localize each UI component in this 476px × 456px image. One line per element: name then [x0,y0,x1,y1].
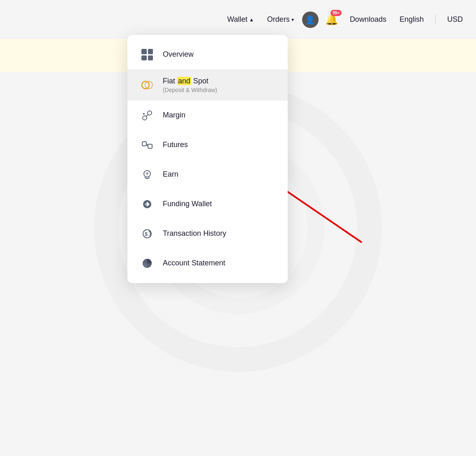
downloads-label: Downloads [350,15,386,24]
wallet-arrow-icon: ▲ [249,17,254,23]
margin-text: Margin [163,111,185,120]
wallet-menu[interactable]: Wallet ▲ [222,12,259,27]
svg-point-2 [143,116,147,120]
earn-label: Earn [163,170,178,179]
language-label: English [400,15,424,24]
account-statement-icon [140,256,155,271]
profile-icon-symbol: 👤 [305,15,315,25]
menu-item-earn[interactable]: Earn [127,160,288,189]
wallet-dropdown-menu: Overview Fiat and Spot (Deposit & Withdr… [127,35,288,283]
menu-item-transaction-history[interactable]: $ Transaction History [127,219,288,249]
funding-wallet-icon [140,197,155,212]
downloads-link[interactable]: Downloads [345,12,391,27]
overview-text: Overview [163,50,194,59]
earn-icon [140,167,155,182]
nav-divider [435,15,436,25]
transaction-history-icon: $ [140,226,155,241]
svg-text:$: $ [145,231,148,237]
overview-label: Overview [163,50,194,59]
margin-icon [140,108,155,123]
futures-icon [140,138,155,152]
menu-item-account-statement[interactable]: Account Statement [127,249,288,278]
overview-icon [140,47,155,62]
transaction-history-text: Transaction History [163,229,226,238]
nav-bar: Wallet ▲ Orders ▾ 👤 🔔 99+ Downloads Engl… [222,10,468,29]
orders-label: Orders [267,15,290,24]
orders-arrow-icon: ▾ [291,17,294,23]
currency-label: USD [447,15,463,24]
earn-text: Earn [163,170,178,179]
notifications-bell[interactable]: 🔔 99+ [322,10,342,29]
fiat-spot-icon [140,78,155,92]
language-selector[interactable]: English [395,12,429,27]
futures-text: Futures [163,140,188,150]
fiat-spot-text: Fiat and Spot (Deposit & Withdraw) [163,77,217,93]
margin-label: Margin [163,111,185,120]
svg-point-3 [148,111,152,115]
menu-item-overview[interactable]: Overview [127,40,288,69]
svg-line-4 [146,115,148,116]
fiat-spot-label: Fiat and Spot [163,77,217,86]
orders-menu[interactable]: Orders ▾ [262,12,299,27]
currency-selector[interactable]: USD [442,12,468,27]
wallet-label: Wallet [227,15,247,24]
svg-rect-7 [142,142,146,146]
account-statement-text: Account Statement [163,259,225,268]
transaction-history-label: Transaction History [163,229,226,238]
menu-item-margin[interactable]: Margin [127,101,288,130]
fiat-spot-sublabel: (Deposit & Withdraw) [163,87,217,93]
header: Wallet ▲ Orders ▾ 👤 🔔 99+ Downloads Engl… [0,0,476,39]
futures-label: Futures [163,140,188,150]
menu-item-futures[interactable]: Futures [127,130,288,160]
notification-badge: 99+ [330,10,342,16]
svg-rect-8 [148,144,152,148]
menu-item-fiat-spot[interactable]: Fiat and Spot (Deposit & Withdraw) [127,69,288,101]
funding-wallet-text: Funding Wallet [163,200,212,209]
menu-item-funding-wallet[interactable]: Funding Wallet [127,189,288,219]
funding-wallet-label: Funding Wallet [163,200,212,209]
account-statement-label: Account Statement [163,259,225,268]
profile-avatar[interactable]: 👤 [302,12,319,28]
